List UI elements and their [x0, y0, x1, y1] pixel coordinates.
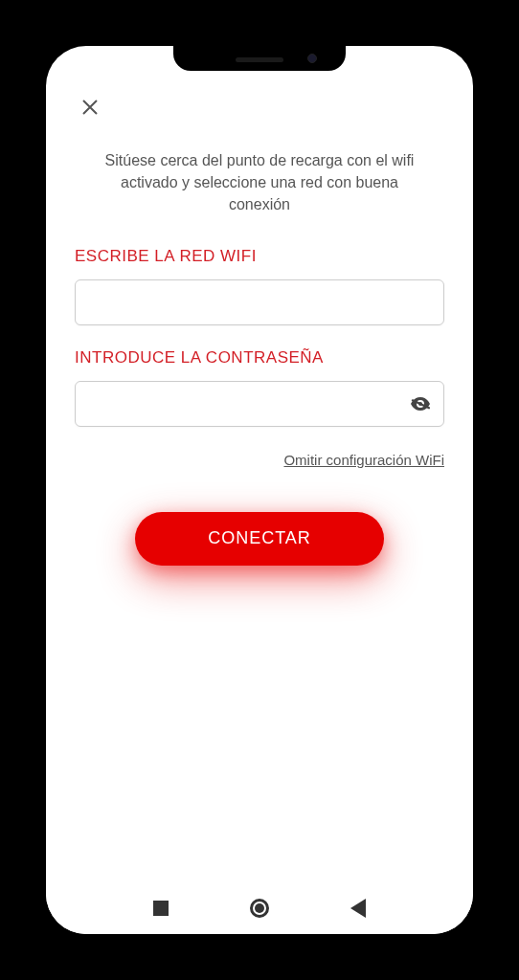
nav-recent-icon[interactable]	[153, 901, 169, 916]
phone-body: Sitúese cerca del punto de recarga con e…	[40, 40, 479, 940]
phone-volume-up	[17, 260, 21, 327]
phone-camera	[307, 54, 317, 63]
phone-frame: Sitúese cerca del punto de recarga con e…	[21, 21, 498, 959]
close-icon	[79, 96, 102, 119]
phone-power-button	[498, 279, 502, 375]
toggle-password-visibility[interactable]	[406, 390, 435, 418]
phone-notch	[173, 46, 346, 71]
password-input[interactable]	[75, 381, 444, 427]
eye-off-icon	[409, 392, 432, 415]
phone-side-button	[17, 193, 21, 232]
wifi-input[interactable]	[75, 279, 444, 325]
phone-volume-down	[17, 346, 21, 413]
wifi-input-wrap	[75, 279, 444, 325]
content-area: Sitúese cerca del punto de recarga con e…	[46, 46, 473, 882]
nav-home-icon[interactable]	[250, 899, 269, 918]
password-label: INTRODUCE LA CONTRASEÑA	[75, 348, 444, 368]
password-input-wrap	[75, 381, 444, 427]
phone-speaker	[236, 57, 283, 62]
skip-wifi-link[interactable]: Omitir configuración WiFi	[75, 452, 444, 468]
app-screen: Sitúese cerca del punto de recarga con e…	[46, 46, 473, 934]
nav-back-icon[interactable]	[350, 899, 366, 918]
android-nav-bar	[46, 882, 473, 934]
instructions-text: Sitúese cerca del punto de recarga con e…	[75, 149, 444, 216]
close-button[interactable]	[75, 92, 105, 122]
wifi-label: ESCRIBE LA RED WIFI	[75, 247, 444, 266]
connect-button[interactable]: CONECTAR	[135, 512, 384, 566]
